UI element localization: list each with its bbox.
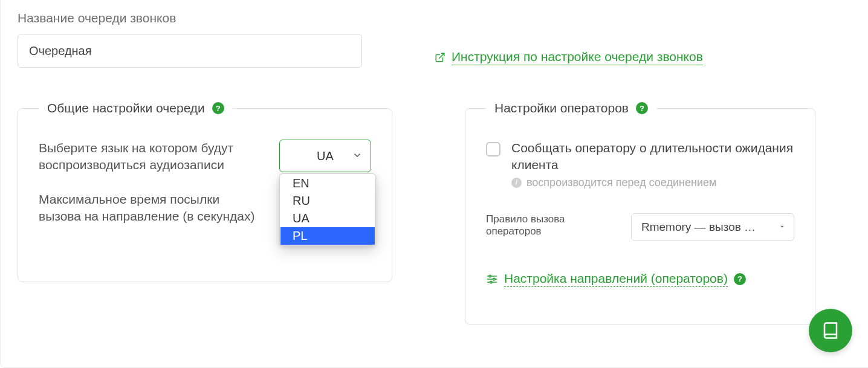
book-icon (821, 321, 840, 340)
language-dropdown: ENRUUAPL (279, 173, 376, 246)
svg-point-6 (490, 281, 492, 283)
info-icon: i (511, 178, 522, 188)
help-instructions-link[interactable]: Инструкция по настройке очереди звонков (452, 50, 703, 65)
operators-settings-panel: Настройки операторов ? Сообщать оператор… (465, 101, 815, 324)
svg-line-0 (439, 53, 444, 58)
notify-operator-label: Сообщать оператору о длительности ожидан… (511, 140, 794, 174)
queue-name-label: Название очереди звонков (18, 11, 362, 25)
help-book-fab[interactable] (809, 309, 852, 352)
queue-name-input[interactable] (18, 34, 362, 68)
language-select-value: UA (317, 149, 334, 163)
help-icon[interactable]: ? (212, 102, 224, 114)
language-option-ua[interactable]: UA (280, 210, 375, 227)
call-rule-value: Rmemory — вызов … (641, 221, 756, 234)
notify-operator-subnote: воспроизводится перед соединением (526, 176, 716, 189)
sliders-icon (486, 273, 498, 285)
svg-point-2 (489, 275, 491, 277)
svg-point-4 (493, 278, 495, 280)
language-label: Выберите язык на котором будут воспроизв… (39, 140, 261, 174)
help-icon[interactable]: ? (734, 273, 746, 285)
notify-operator-checkbox[interactable] (486, 142, 500, 157)
language-option-pl[interactable]: PL (280, 227, 375, 245)
language-option-ru[interactable]: RU (280, 192, 375, 210)
help-icon[interactable]: ? (636, 102, 648, 114)
external-link-icon (435, 52, 445, 63)
general-settings-legend: Общие настройки очереди ? (39, 101, 233, 115)
chevron-down-icon (352, 149, 362, 163)
directions-settings-link[interactable]: Настройка направлений (операторов) (504, 271, 728, 287)
language-option-en[interactable]: EN (280, 175, 375, 192)
call-rule-label: Правило вызова операторов (486, 213, 613, 237)
language-select[interactable]: UA (279, 140, 371, 172)
call-rule-select[interactable]: Rmemory — вызов … (631, 213, 794, 241)
general-settings-panel: Общие настройки очереди ? Выберите язык … (18, 101, 392, 282)
timeout-label: Максимальное время посылки вызова на нап… (39, 191, 261, 225)
caret-down-icon (778, 221, 786, 234)
operators-settings-legend: Настройки операторов ? (486, 101, 656, 115)
